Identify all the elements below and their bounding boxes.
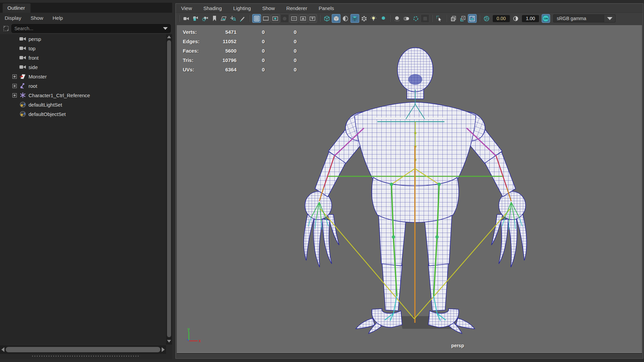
textured-button[interactable] bbox=[351, 14, 359, 23]
axis-y-label: y bbox=[187, 327, 190, 331]
axis-x-label: x bbox=[199, 339, 201, 343]
outliner-horizontal-scrollbar[interactable] bbox=[0, 345, 166, 354]
expand-icon[interactable] bbox=[12, 74, 17, 79]
outliner-item-side[interactable]: side bbox=[0, 62, 166, 72]
menu-show[interactable]: Show bbox=[262, 5, 275, 11]
item-label: defaultLightSet bbox=[29, 102, 62, 108]
search-row: Search... bbox=[0, 23, 172, 34]
scroll-down-icon[interactable] bbox=[167, 340, 171, 343]
menu-renderer[interactable]: Renderer bbox=[286, 5, 307, 11]
wireframe-on-shaded-button[interactable] bbox=[341, 14, 350, 23]
menu-display[interactable]: Display bbox=[5, 15, 21, 21]
horizontal-scroll-thumb[interactable] bbox=[6, 347, 160, 352]
lock-camera-button[interactable] bbox=[192, 14, 200, 23]
select-camera-button[interactable] bbox=[182, 14, 191, 23]
viewport-canvas[interactable]: Verts:5471 00 Edges:11052 00 Faces:5600 … bbox=[177, 25, 642, 354]
viewport-select-button[interactable] bbox=[435, 14, 444, 23]
outliner-item-monster[interactable]: Monster bbox=[0, 72, 166, 81]
shaded-button[interactable] bbox=[332, 14, 340, 23]
pan-zoom-button[interactable] bbox=[229, 14, 237, 23]
outliner-item-defaultobjectset[interactable]: defaultObjectSet bbox=[0, 109, 166, 119]
outliner-item-character1-ctrl-reference[interactable]: Character1_Ctrl_Reference bbox=[0, 90, 166, 100]
gamma-field[interactable]: 1.00 bbox=[522, 15, 539, 22]
outliner-vertical-scrollbar[interactable] bbox=[166, 34, 172, 345]
textured-cube-icon bbox=[352, 15, 358, 22]
filter-icon[interactable] bbox=[3, 25, 9, 32]
item-label: side bbox=[29, 64, 38, 70]
safe-action-button[interactable] bbox=[299, 14, 308, 23]
exposure-button[interactable] bbox=[482, 14, 491, 23]
item-label: root bbox=[29, 83, 37, 89]
menu-help[interactable]: Help bbox=[53, 15, 63, 21]
grid-icon bbox=[254, 15, 260, 22]
search-input[interactable]: Search... bbox=[11, 24, 171, 33]
camera-attributes-button[interactable] bbox=[201, 14, 209, 23]
viewport-toolbar: 0.00 1.00 ON sRGB gamma bbox=[176, 13, 643, 24]
depth-of-field-button[interactable] bbox=[421, 14, 429, 23]
field-chart-button[interactable] bbox=[289, 14, 298, 23]
bookmark-icon bbox=[211, 15, 218, 22]
character-set-icon bbox=[19, 92, 26, 98]
grease-pencil-button[interactable] bbox=[238, 14, 247, 23]
texture-display-button[interactable] bbox=[468, 14, 477, 23]
scroll-left-icon[interactable] bbox=[1, 347, 4, 352]
color-management-toggle[interactable]: ON bbox=[542, 14, 550, 23]
panel-resize-handle[interactable] bbox=[32, 356, 140, 357]
isolate-select-button[interactable] bbox=[449, 14, 458, 23]
shaded-cube-icon bbox=[333, 15, 339, 22]
scroll-up-icon[interactable] bbox=[167, 36, 171, 38]
expand-icon[interactable] bbox=[12, 84, 17, 88]
panel-dot-icon bbox=[460, 15, 466, 22]
safe-title-button[interactable] bbox=[308, 14, 317, 23]
item-label: top bbox=[29, 46, 36, 51]
motion-blur-button[interactable] bbox=[402, 14, 411, 23]
outliner-item-root[interactable]: root bbox=[0, 81, 166, 90]
viewport-menubar: View Shading Lighting Show Renderer Pane… bbox=[176, 4, 643, 13]
dropdown-arrow-icon[interactable] bbox=[604, 15, 615, 22]
occlusion-button[interactable] bbox=[393, 14, 401, 23]
bookmarks-button[interactable] bbox=[210, 14, 219, 23]
outliner-tab[interactable]: Outliner bbox=[3, 3, 31, 13]
resolution-gate-icon bbox=[272, 15, 278, 22]
menu-lighting[interactable]: Lighting bbox=[233, 5, 251, 11]
scroll-right-icon[interactable] bbox=[162, 347, 165, 352]
use-default-material-button[interactable] bbox=[360, 14, 369, 23]
search-options-arrow-icon[interactable] bbox=[163, 27, 168, 30]
expand-icon[interactable] bbox=[12, 93, 17, 98]
color-profile-dropdown[interactable]: sRGB gamma bbox=[553, 14, 615, 22]
menu-panels[interactable]: Panels bbox=[319, 5, 334, 11]
contrast-button[interactable] bbox=[512, 14, 520, 23]
outliner-item-top[interactable]: top bbox=[0, 44, 166, 53]
motion-blur-icon bbox=[403, 15, 410, 22]
lighting-button[interactable] bbox=[369, 14, 378, 23]
menu-show[interactable]: Show bbox=[31, 15, 43, 21]
contrast-icon bbox=[513, 15, 519, 22]
item-label: front bbox=[29, 55, 39, 61]
outliner-item-persp[interactable]: persp bbox=[0, 34, 166, 44]
monster-model[interactable] bbox=[287, 45, 537, 335]
outliner-menubar: Display Show Help bbox=[0, 13, 172, 23]
gate-mask-button[interactable] bbox=[280, 14, 289, 23]
camera-lock-icon bbox=[193, 15, 199, 22]
menu-shading[interactable]: Shading bbox=[203, 5, 222, 11]
outliner-item-front[interactable]: front bbox=[0, 53, 166, 62]
poly-count-hud: Verts:5471 00 Edges:11052 00 Faces:5600 … bbox=[183, 27, 300, 74]
shadows-button[interactable] bbox=[378, 14, 387, 23]
image-plane-button[interactable] bbox=[219, 14, 228, 23]
outliner-item-defaultlightset[interactable]: defaultLightSet bbox=[0, 100, 166, 109]
vertical-scroll-thumb[interactable] bbox=[167, 40, 171, 337]
exposure-field[interactable]: 0.00 bbox=[493, 15, 510, 22]
outliner-tab-bar: Outliner bbox=[0, 3, 172, 13]
field-chart-icon bbox=[291, 15, 297, 22]
pan-zoom-icon bbox=[230, 15, 236, 22]
grid-button[interactable] bbox=[252, 14, 261, 23]
menu-view[interactable]: View bbox=[181, 5, 192, 11]
resolution-gate-button[interactable] bbox=[271, 14, 280, 23]
wireframe-button[interactable] bbox=[323, 14, 331, 23]
anti-aliasing-icon bbox=[413, 15, 419, 22]
anti-aliasing-button[interactable] bbox=[411, 14, 420, 23]
color-profile-value: sRGB gamma bbox=[557, 16, 586, 21]
isolate-selected-button[interactable] bbox=[459, 14, 467, 23]
item-label: persp bbox=[29, 36, 41, 42]
film-gate-button[interactable] bbox=[262, 14, 270, 23]
